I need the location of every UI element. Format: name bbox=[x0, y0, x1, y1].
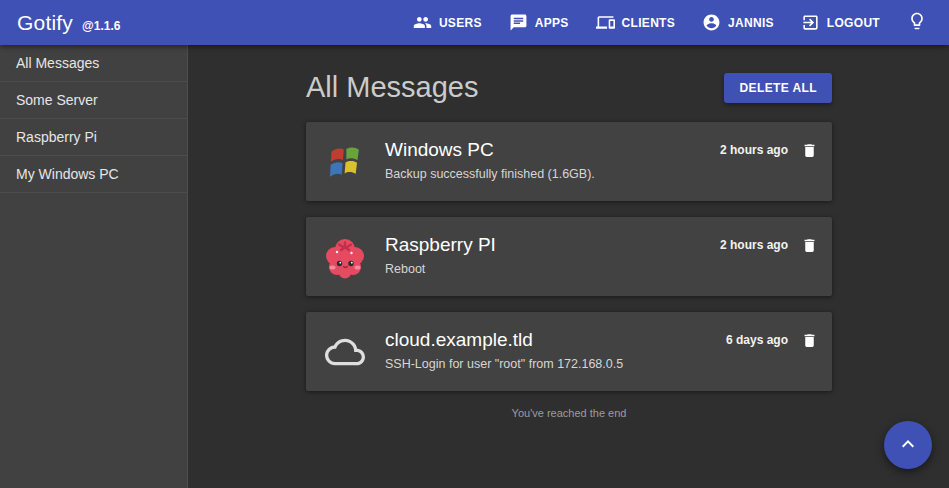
message-body: SSH-Login for user "root" from 172.168.0… bbox=[385, 357, 726, 371]
chevron-up-icon bbox=[896, 432, 920, 459]
clients-devices-icon bbox=[596, 13, 615, 32]
logout-icon bbox=[801, 13, 820, 32]
app-bar: Gotify @1.1.6 USERS APPS CLIENTS JANNIS bbox=[0, 0, 949, 45]
delete-message-button[interactable] bbox=[801, 331, 818, 350]
nav-logout[interactable]: LOGOUT bbox=[801, 13, 880, 32]
brand: Gotify @1.1.6 bbox=[17, 11, 120, 35]
top-nav: USERS APPS CLIENTS JANNIS LOGOUT bbox=[386, 11, 927, 35]
sidebar: All Messages Some Server Raspberry Pi My… bbox=[0, 45, 188, 488]
message-title: cloud.example.tld bbox=[385, 329, 726, 351]
lightbulb-icon bbox=[907, 11, 927, 35]
sidebar-item-label: My Windows PC bbox=[16, 166, 119, 182]
apps-chat-icon bbox=[509, 13, 528, 32]
trash-icon bbox=[801, 236, 818, 255]
sidebar-item-label: All Messages bbox=[16, 55, 99, 71]
nav-clients-label: CLIENTS bbox=[622, 16, 675, 30]
nav-apps-label: APPS bbox=[535, 16, 569, 30]
nav-clients[interactable]: CLIENTS bbox=[596, 13, 675, 32]
nav-apps[interactable]: APPS bbox=[509, 13, 569, 32]
sidebar-item-label: Some Server bbox=[16, 92, 98, 108]
sidebar-item-all-messages[interactable]: All Messages bbox=[0, 45, 187, 82]
message-card: Windows PC Backup successfully finished … bbox=[306, 122, 832, 201]
message-title: Raspberry PI bbox=[385, 234, 720, 256]
cloud-logo bbox=[322, 327, 368, 377]
brand-version: @1.1.6 bbox=[82, 19, 120, 33]
gotify-app: Gotify @1.1.6 USERS APPS CLIENTS JANNIS bbox=[0, 0, 949, 488]
message-body: Backup successfully finished (1.6GB). bbox=[385, 167, 720, 181]
users-icon bbox=[413, 13, 432, 32]
sidebar-item-my-windows-pc[interactable]: My Windows PC bbox=[0, 156, 187, 193]
trash-icon bbox=[801, 331, 818, 350]
message-timestamp: 2 hours ago bbox=[720, 143, 788, 157]
trash-icon bbox=[801, 141, 818, 160]
message-timestamp: 6 days ago bbox=[726, 333, 788, 347]
nav-users-label: USERS bbox=[439, 16, 482, 30]
windows-logo bbox=[322, 137, 368, 187]
nav-logout-label: LOGOUT bbox=[827, 16, 880, 30]
brand-title: Gotify bbox=[17, 11, 73, 35]
message-card: Raspberry PI Reboot 2 hours ago bbox=[306, 217, 832, 296]
message-body: Reboot bbox=[385, 262, 720, 276]
scroll-to-top-button[interactable] bbox=[884, 421, 932, 469]
message-list: Windows PC Backup successfully finished … bbox=[306, 122, 832, 391]
message-title: Windows PC bbox=[385, 139, 720, 161]
message-timestamp: 2 hours ago bbox=[720, 238, 788, 252]
nav-user-jannis[interactable]: JANNIS bbox=[702, 13, 774, 32]
end-of-list-text: You've reached the end bbox=[306, 407, 832, 419]
main-content: All Messages DELETE ALL bbox=[189, 45, 949, 488]
delete-message-button[interactable] bbox=[801, 236, 818, 255]
page-title: All Messages bbox=[306, 71, 478, 104]
sidebar-item-label: Raspberry Pi bbox=[16, 129, 97, 145]
nav-user-label: JANNIS bbox=[728, 16, 774, 30]
delete-all-button[interactable]: DELETE ALL bbox=[724, 73, 832, 103]
nav-users[interactable]: USERS bbox=[413, 13, 482, 32]
theme-toggle-button[interactable] bbox=[907, 11, 927, 35]
account-circle-icon bbox=[702, 13, 721, 32]
sidebar-item-raspberry-pi[interactable]: Raspberry Pi bbox=[0, 119, 187, 156]
delete-message-button[interactable] bbox=[801, 141, 818, 160]
raspberry-logo bbox=[322, 232, 368, 282]
sidebar-item-some-server[interactable]: Some Server bbox=[0, 82, 187, 119]
message-card: cloud.example.tld SSH-Login for user "ro… bbox=[306, 312, 832, 391]
